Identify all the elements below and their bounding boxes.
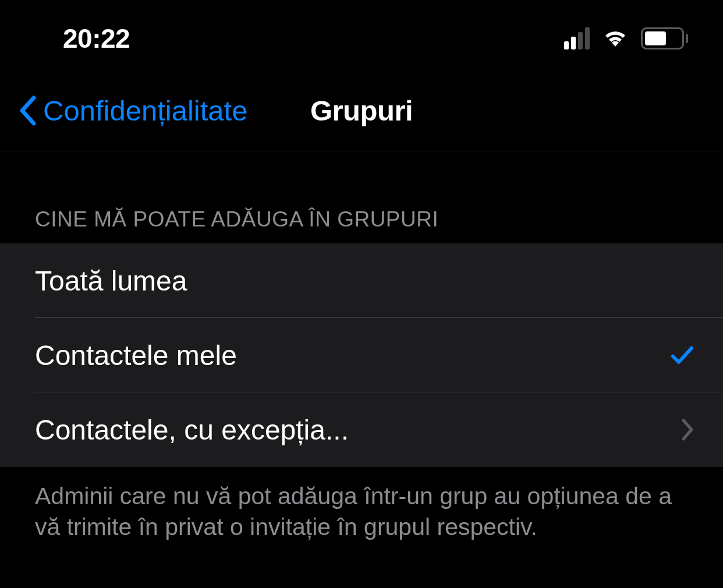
status-icons [564,27,688,50]
option-my-contacts[interactable]: Contactele mele [0,318,723,392]
option-label: Contactele, cu excepția... [35,414,349,446]
back-label: Confidențialitate [43,94,247,127]
option-label: Toată lumea [35,265,187,297]
content-area: CINE MĂ POATE ADĂUGA ÎN GRUPURI Toată lu… [0,151,723,543]
option-label: Contactele mele [35,339,237,371]
option-list: Toată lumea Contactele mele Contactele, … [0,243,723,467]
option-everyone[interactable]: Toată lumea [0,243,723,318]
navigation-bar: Confidențialitate Grupuri [0,70,723,151]
chevron-left-icon [17,94,38,127]
back-button[interactable]: Confidențialitate [17,94,247,127]
chevron-right-icon [680,418,695,441]
battery-icon [641,27,688,49]
page-title: Grupuri [310,94,413,127]
checkmark-icon [669,342,695,368]
section-footer: Adminii care nu vă pot adăuga într-un gr… [0,467,723,543]
wifi-icon [600,27,630,50]
status-bar: 20:22 [0,0,723,70]
section-header: CINE MĂ POATE ADĂUGA ÎN GRUPURI [0,151,723,243]
cellular-signal-icon [564,27,590,49]
option-contacts-except[interactable]: Contactele, cu excepția... [0,392,723,467]
status-time: 20:22 [63,23,130,54]
